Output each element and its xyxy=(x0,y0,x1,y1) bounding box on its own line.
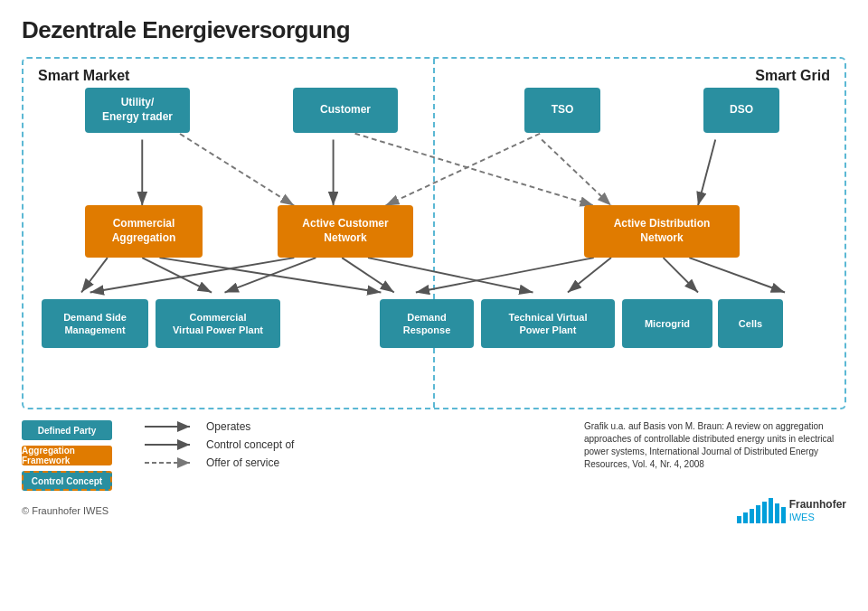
fraunhofer-bars-icon xyxy=(737,498,786,523)
dashed-arrow-icon xyxy=(145,456,199,469)
utility-box: Utility/Energy trader xyxy=(85,88,190,133)
customer-box: Customer xyxy=(293,88,398,133)
solid-arrow2-icon xyxy=(145,438,199,451)
svg-line-6 xyxy=(385,134,540,206)
svg-line-13 xyxy=(342,258,394,292)
tso-box: TSO xyxy=(524,88,600,133)
page-title: Dezentrale Energieversorgung xyxy=(22,16,846,44)
demand-response-box: DemandResponse xyxy=(380,299,474,348)
svg-line-7 xyxy=(173,129,294,206)
cells-box: Cells xyxy=(718,299,783,348)
legend-arrows: Operates Control concept of xyxy=(145,420,294,469)
defined-party-box: Defined Party xyxy=(22,420,112,440)
copyright-text: © Fraunhofer IWES xyxy=(22,505,108,516)
fraunhofer-logo: Fraunhofer IWES xyxy=(737,498,846,524)
svg-line-10 xyxy=(142,258,212,292)
active-customer-network-box: Active CustomerNetwork xyxy=(278,205,413,258)
active-distribution-network-box: Active DistributionNetwork xyxy=(584,205,740,258)
demand-side-management-box: Demand SideManagement xyxy=(42,299,148,348)
svg-line-18 xyxy=(159,258,381,292)
svg-line-4 xyxy=(542,139,611,205)
svg-line-15 xyxy=(568,258,611,292)
reference-text: Grafik u.a. auf Basis von M. Braun: A re… xyxy=(584,420,846,471)
svg-line-11 xyxy=(90,258,295,292)
legend-keys: Defined Party Aggregation Framework Cont… xyxy=(22,420,112,491)
commercial-vpp-box: CommercialVirtual Power Plant xyxy=(156,299,280,348)
svg-line-5 xyxy=(698,139,715,205)
legend-operates: Operates xyxy=(145,420,294,433)
page: Dezentrale Energieversorgung Smart Marke… xyxy=(0,0,868,611)
control-concept-box: Control Concept xyxy=(22,471,112,491)
main-diagram: Smart Market Smart Grid xyxy=(22,57,846,409)
technical-vpp-box: Technical VirtualPower Plant xyxy=(481,299,615,348)
legend-defined-party: Defined Party xyxy=(22,420,112,440)
svg-line-12 xyxy=(225,258,316,292)
svg-line-9 xyxy=(81,258,108,292)
fraunhofer-text: Fraunhofer IWES xyxy=(789,498,846,524)
svg-line-14 xyxy=(368,258,533,292)
aggregation-fw-box: Aggregation Framework xyxy=(22,446,112,465)
diagram-inner: Utility/Energy trader Customer TSO DSO C… xyxy=(38,71,830,361)
dso-box: DSO xyxy=(703,88,779,133)
solid-arrow-icon xyxy=(145,420,199,433)
svg-line-19 xyxy=(416,258,594,292)
svg-line-8 xyxy=(355,134,594,206)
commercial-aggregation-box: CommercialAggregation xyxy=(85,205,203,258)
microgrid-box: Microgrid xyxy=(622,299,712,348)
legend-offer-of-service: Offer of service xyxy=(145,456,294,469)
svg-line-16 xyxy=(664,258,698,292)
legend-aggregation-fw: Aggregation Framework xyxy=(22,446,112,465)
svg-line-17 xyxy=(689,258,785,292)
legend-control-concept-of: Control concept of xyxy=(145,438,294,451)
footer: © Fraunhofer IWES Fraunhofer IWES xyxy=(22,498,846,524)
legend-control-concept: Control Concept xyxy=(22,471,112,491)
